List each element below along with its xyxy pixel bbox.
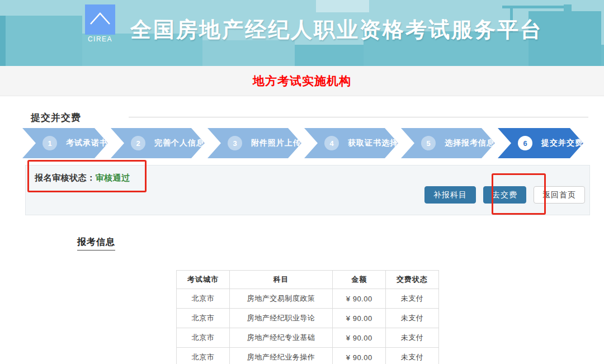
table-cell: 北京市 — [177, 348, 230, 364]
status-panel: 报名审核状态：审核通过 补报科目 去交费 返回首页 — [25, 165, 590, 215]
step-label: 获取证书选择 — [348, 138, 398, 148]
table-cell: 房地产交易制度政策 — [229, 289, 333, 309]
table-cell: 北京市 — [177, 289, 230, 309]
step-label: 附件照片上传 — [251, 138, 301, 148]
step-3[interactable]: 3附件照片上传 — [207, 128, 301, 158]
step-number-badge: 4 — [324, 136, 339, 150]
table-row: 北京市房地产经纪职业导论¥ 90.00未支付 — [177, 309, 439, 328]
table-header-row: 考试城市科目金额交费状态 — [177, 271, 439, 289]
logo-caption: CIREA — [84, 35, 116, 43]
step-wizard: 1考试承诺书2完善个人信息3附件照片上传4获取证书选择5选择报考信息6提交并交费 — [22, 128, 579, 158]
step-5[interactable]: 5选择报考信息 — [401, 128, 495, 158]
go-pay-button[interactable]: 去交费 — [483, 186, 526, 204]
table-cell: ¥ 90.00 — [333, 348, 386, 364]
table-cell: ¥ 90.00 — [333, 309, 386, 328]
page: CIREA 全国房地产经纪人职业资格考试服务平台 地方考试实施机构 提交并交费 … — [0, 0, 604, 364]
step-number-badge: 3 — [228, 136, 242, 150]
column-header: 考试城市 — [177, 271, 230, 289]
table-cell: 房地产经纪职业导论 — [229, 309, 333, 328]
step-number-badge: 1 — [43, 136, 57, 150]
table-row: 北京市房地产经纪专业基础¥ 90.00未支付 — [177, 328, 439, 348]
step-number-badge: 2 — [131, 136, 145, 150]
table-row: 北京市房地产经纪业务操作¥ 90.00未支付 — [177, 348, 439, 364]
banner-strip: 地方考试实施机构 — [0, 66, 604, 96]
step-6-active[interactable]: 6提交并交费 — [498, 128, 583, 158]
table-cell: 房地产经纪业务操作 — [229, 348, 333, 364]
table-cell: 未支付 — [386, 328, 439, 348]
banner-text: 地方考试实施机构 — [253, 73, 351, 89]
table-body: 北京市房地产交易制度政策¥ 90.00未支付北京市房地产经纪职业导论¥ 90.0… — [177, 289, 439, 364]
review-status: 报名审核状态：审核通过 — [35, 173, 130, 183]
return-home-button[interactable]: 返回首页 — [534, 186, 585, 204]
cirea-logo-icon — [85, 4, 115, 35]
section-title: 提交并交费 — [31, 111, 81, 124]
registration-info-title: 报考信息 — [77, 237, 115, 250]
step-2[interactable]: 2完善个人信息 — [111, 128, 205, 158]
step-4[interactable]: 4获取证书选择 — [304, 128, 398, 158]
step-label: 考试承诺书 — [66, 138, 108, 148]
registration-table: 考试城市科目金额交费状态 北京市房地产交易制度政策¥ 90.00未支付北京市房地… — [176, 270, 439, 364]
step-label: 选择报考信息 — [445, 138, 495, 148]
table-cell: ¥ 90.00 — [333, 328, 386, 348]
column-header: 金额 — [333, 271, 386, 289]
table-cell: 北京市 — [177, 309, 230, 328]
table-cell: ¥ 90.00 — [333, 289, 386, 309]
action-buttons: 补报科目 去交费 返回首页 — [424, 186, 585, 204]
step-number-badge: 5 — [421, 136, 436, 150]
table-cell: 未支付 — [386, 309, 439, 328]
roof-chevron-icon — [87, 8, 114, 31]
section-divider — [129, 117, 588, 117]
column-header: 交费状态 — [386, 271, 439, 289]
table-row: 北京市房地产交易制度政策¥ 90.00未支付 — [177, 289, 439, 309]
column-header: 科目 — [229, 271, 333, 289]
header: CIREA 全国房地产经纪人职业资格考试服务平台 — [0, 0, 604, 66]
step-label: 完善个人信息 — [154, 138, 205, 148]
table-cell: 未支付 — [386, 289, 439, 309]
supplement-subjects-button[interactable]: 补报科目 — [424, 186, 476, 204]
step-number-badge: 6 — [518, 136, 532, 150]
table-cell: 未支付 — [386, 348, 439, 364]
review-status-label: 报名审核状态： — [35, 173, 96, 182]
site-title: 全国房地产经纪人职业资格考试服务平台 — [130, 16, 543, 44]
step-1[interactable]: 1考试承诺书 — [22, 128, 108, 158]
table-cell: 北京市 — [177, 328, 230, 348]
table-cell: 房地产经纪专业基础 — [229, 328, 333, 348]
step-label: 提交并交费 — [541, 138, 583, 148]
review-status-value: 审核通过 — [96, 173, 130, 182]
